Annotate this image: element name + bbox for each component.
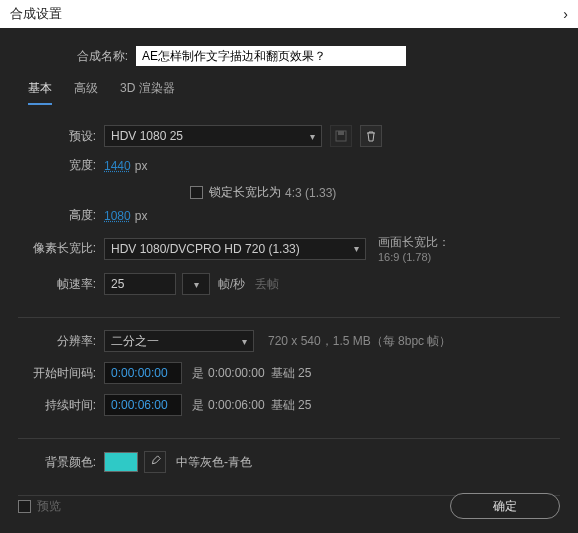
eyedropper-button[interactable] [144, 451, 166, 473]
titlebar: 合成设置 › [0, 0, 578, 28]
fps-label: 帧速率: [18, 276, 96, 293]
width-label: 宽度: [18, 157, 96, 174]
width-input[interactable]: 1440 [104, 159, 131, 173]
duration-base: 基础 25 [271, 397, 312, 414]
chevron-down-icon: ▾ [242, 336, 247, 347]
fps-value: 25 [111, 277, 124, 291]
start-time-label: 开始时间码: [18, 365, 96, 382]
bg-row: 背景颜色: 中等灰色-青色 [18, 451, 560, 473]
start-base: 基础 25 [271, 365, 312, 382]
duration-label: 持续时间: [18, 397, 96, 414]
chevron-right-icon[interactable]: › [563, 6, 568, 22]
fps-unit: 帧/秒 [218, 276, 245, 293]
bg-color-swatch[interactable] [104, 452, 138, 472]
start-time-input[interactable]: 0:00:00:00 [104, 362, 182, 384]
start-ref: 0:00:00:00 [208, 366, 265, 380]
duration-ref: 0:00:06:00 [208, 398, 265, 412]
chevron-down-icon: ▾ [310, 131, 315, 142]
duration-row: 持续时间: 0:00:06:00 是 0:00:06:00 基础 25 [18, 394, 560, 416]
preview-checkbox[interactable] [18, 500, 31, 513]
preview-group: 预览 [18, 498, 61, 515]
preset-row: 预设: HDV 1080 25 ▾ [18, 125, 560, 147]
fps-dropdown[interactable]: ▾ [182, 273, 210, 295]
resolution-info: 720 x 540，1.5 MB（每 8bpc 帧） [268, 333, 451, 350]
panel-bg: 背景颜色: 中等灰色-青色 [18, 447, 560, 496]
duration-is-label: 是 [192, 397, 204, 414]
fps-input[interactable]: 25 [104, 273, 176, 295]
ok-button[interactable]: 确定 [450, 493, 560, 519]
resolution-select[interactable]: 二分之一 ▾ [104, 330, 254, 352]
ok-label: 确定 [493, 498, 517, 515]
lock-aspect-checkbox[interactable] [190, 186, 203, 199]
comp-name-row: 合成名称: [18, 46, 560, 66]
width-row: 宽度: 1440 px [18, 157, 560, 174]
frame-aspect-info: 画面长宽比： 16:9 (1.78) [378, 234, 450, 263]
par-select[interactable]: HDV 1080/DVCPRO HD 720 (1.33) ▾ [104, 238, 366, 260]
start-time-row: 开始时间码: 0:00:00:00 是 0:00:00:00 基础 25 [18, 362, 560, 384]
height-input[interactable]: 1080 [104, 209, 131, 223]
height-label: 高度: [18, 207, 96, 224]
height-unit: px [135, 209, 148, 223]
composition-settings-window: 合成设置 › 合成名称: 基本 高级 3D 渲染器 预设: HDV 1080 2… [0, 0, 578, 533]
tab-basic[interactable]: 基本 [28, 80, 52, 105]
svg-rect-1 [338, 131, 344, 135]
lock-aspect-ratio: 4:3 (1.33) [285, 186, 336, 200]
drop-frame-label: 丢帧 [255, 276, 279, 293]
tab-bar: 基本 高级 3D 渲染器 [18, 80, 560, 105]
chevron-down-icon: ▾ [354, 243, 359, 254]
preset-value: HDV 1080 25 [111, 129, 183, 143]
window-title: 合成设置 [10, 5, 62, 23]
tab-advanced[interactable]: 高级 [74, 80, 98, 105]
par-label: 像素长宽比: [18, 240, 96, 257]
panel-time: 分辨率: 二分之一 ▾ 720 x 540，1.5 MB（每 8bpc 帧） 开… [18, 326, 560, 439]
footer: 预览 确定 [18, 493, 560, 519]
par-row: 像素长宽比: HDV 1080/DVCPRO HD 720 (1.33) ▾ 画… [18, 234, 560, 263]
tab-renderer[interactable]: 3D 渲染器 [120, 80, 175, 105]
delete-preset-button[interactable] [360, 125, 382, 147]
par-value: HDV 1080/DVCPRO HD 720 (1.33) [111, 242, 300, 256]
resolution-value: 二分之一 [111, 333, 159, 350]
preview-label: 预览 [37, 498, 61, 515]
frame-aspect-label: 画面长宽比： [378, 234, 450, 251]
comp-name-label: 合成名称: [66, 48, 128, 65]
preset-select[interactable]: HDV 1080 25 ▾ [104, 125, 322, 147]
resolution-label: 分辨率: [18, 333, 96, 350]
bg-label: 背景颜色: [18, 454, 96, 471]
height-row: 高度: 1080 px [18, 207, 560, 224]
duration-input[interactable]: 0:00:06:00 [104, 394, 182, 416]
panel-dimensions: 预设: HDV 1080 25 ▾ 宽度: 1440 px 锁定长 [18, 121, 560, 318]
lock-aspect-row: 锁定长宽比为 4:3 (1.33) [18, 184, 560, 201]
save-preset-button[interactable] [330, 125, 352, 147]
fps-row: 帧速率: 25 ▾ 帧/秒 丢帧 [18, 273, 560, 295]
content-area: 合成名称: 基本 高级 3D 渲染器 预设: HDV 1080 25 ▾ [0, 28, 578, 533]
frame-aspect-value: 16:9 (1.78) [378, 251, 450, 263]
width-unit: px [135, 159, 148, 173]
preset-label: 预设: [18, 128, 96, 145]
resolution-row: 分辨率: 二分之一 ▾ 720 x 540，1.5 MB（每 8bpc 帧） [18, 330, 560, 352]
start-is-label: 是 [192, 365, 204, 382]
comp-name-input[interactable] [136, 46, 406, 66]
lock-aspect-label: 锁定长宽比为 [209, 184, 281, 201]
bg-color-name: 中等灰色-青色 [176, 454, 252, 471]
